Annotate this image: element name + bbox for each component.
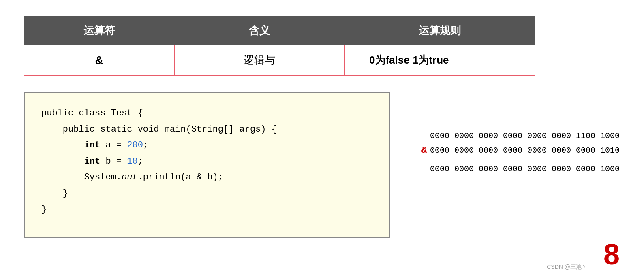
col-header-operator: 运算符: [24, 16, 174, 45]
table-row: & 逻辑与 0为false 1为true: [24, 45, 535, 76]
code-text: public class Test {: [41, 105, 143, 121]
binary-value-3: 0000 0000 0000 0000 0000 0000 0000 1000: [430, 164, 620, 174]
binary-value-1: 0000 0000 0000 0000 0000 0000 1100 1000: [430, 131, 620, 141]
code-line-5: System.out.println(a & b);: [41, 169, 373, 185]
code-text: public static void main(String[] args) {: [41, 121, 277, 138]
cell-symbol: &: [24, 45, 174, 76]
code-text: System.out.println(a & b);: [41, 169, 223, 185]
code-text: int a = 200;: [41, 137, 148, 153]
code-line-2: public static void main(String[] args) {: [41, 121, 373, 138]
binary-row-3: 0000 0000 0000 0000 0000 0000 0000 1000: [415, 162, 620, 176]
binary-value-2: 0000 0000 0000 0000 0000 0000 0000 1010: [430, 146, 620, 155]
main-container: 运算符 含义 运算规则 & 逻辑与 0为false 1为true public …: [0, 0, 644, 279]
binary-calc: 0000 0000 0000 0000 0000 0000 1100 1000 …: [415, 129, 620, 176]
col-header-meaning: 含义: [174, 16, 344, 45]
binary-row-2: & 0000 0000 0000 0000 0000 0000 0000 101…: [415, 143, 620, 158]
col-header-rule: 运算规则: [344, 16, 535, 45]
binary-row-1: 0000 0000 0000 0000 0000 0000 1100 1000: [415, 129, 620, 143]
code-box: public class Test { public static void m…: [24, 92, 390, 238]
code-line-1: public class Test {: [41, 105, 373, 121]
code-text: }: [41, 202, 47, 218]
code-section: public class Test { public static void m…: [24, 92, 620, 238]
cell-meaning: 逻辑与: [174, 45, 344, 76]
cell-rule: 0为false 1为true: [344, 45, 535, 76]
binary-divider: [415, 160, 620, 160]
page-number: 8: [603, 238, 620, 271]
code-line-7: }: [41, 202, 373, 218]
code-text: }: [41, 185, 68, 202]
code-text: int b = 10;: [41, 153, 143, 170]
operator-table: 运算符 含义 运算规则 & 逻辑与 0为false 1为true: [24, 16, 535, 76]
code-line-4: int b = 10;: [41, 153, 373, 170]
code-line-3: int a = 200;: [41, 137, 373, 153]
watermark: CSDN @三池丶: [547, 264, 587, 271]
code-line-6: }: [41, 185, 373, 202]
binary-prefix-2: &: [415, 145, 427, 155]
